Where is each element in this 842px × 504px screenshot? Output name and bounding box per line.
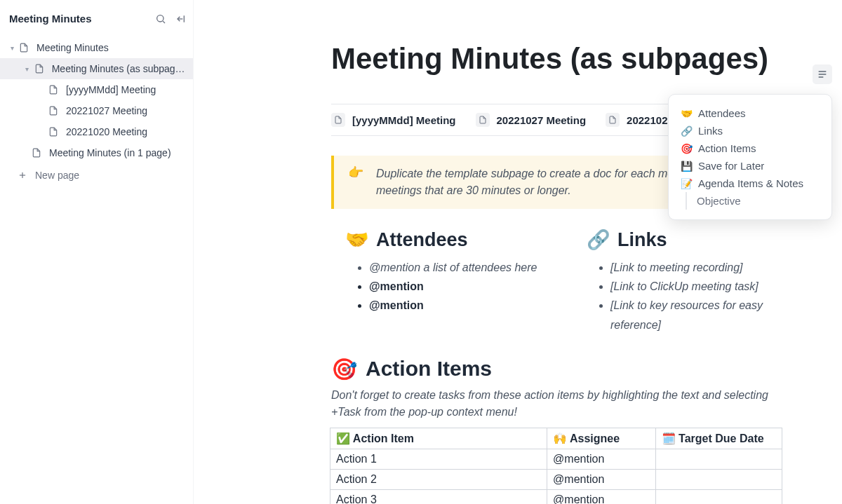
- target-icon: 🎯: [680, 143, 693, 154]
- subpage-link-label: [yyyyMMdd] Meeting: [352, 114, 456, 126]
- cell-assignee[interactable]: @mention: [547, 489, 656, 504]
- tree-item-subpages[interactable]: ▾ Meeting Minutes (as subpages): [0, 58, 193, 79]
- tree-item-label: Meeting Minutes (in 1 page): [49, 147, 171, 158]
- cell-action-item[interactable]: Action 1: [330, 449, 547, 469]
- action-items-table: ✅ Action Item 🙌 Assignee 🗓️ Target Due D…: [330, 428, 782, 504]
- toc-item-agenda-notes[interactable]: 📝 Agenda Items & Notes: [679, 175, 823, 192]
- toc-popover: 🤝 Attendees 🔗 Links 🎯 Action Items 💾 Sav…: [668, 94, 832, 220]
- subpage-link-20221027[interactable]: 20221027 Meeting: [476, 113, 587, 127]
- cell-action-item[interactable]: Action 2: [330, 469, 547, 489]
- links-section: 🔗 Links [Link to meeting recording] [Lin…: [587, 229, 800, 334]
- sidebar-header: Meeting Minutes: [0, 10, 193, 37]
- subpage-link-label: 20221027 Meeting: [497, 114, 587, 126]
- workspace-title: Meeting Minutes: [9, 13, 92, 25]
- attendees-hint: @mention a list of attendees here: [369, 258, 559, 277]
- tree-item-20221020[interactable]: 20221020 Meeting: [0, 121, 193, 142]
- tree-item-label: 20221020 Meeting: [66, 126, 147, 137]
- attendees-heading: Attendees: [376, 229, 468, 251]
- svg-line-1: [163, 21, 165, 23]
- document-icon: [476, 113, 490, 127]
- toc-toggle-button[interactable]: [813, 64, 832, 84]
- table-row[interactable]: Action 3 @mention: [330, 489, 782, 504]
- col-target-due-date: 🗓️ Target Due Date: [655, 428, 782, 449]
- attendee-mention[interactable]: @mention: [369, 296, 559, 315]
- pointing-right-icon: 👉: [348, 165, 363, 199]
- tree-item-onepage[interactable]: Meeting Minutes (in 1 page): [0, 142, 193, 163]
- cell-due[interactable]: [655, 489, 782, 504]
- action-items-heading: Action Items: [366, 357, 492, 381]
- links-heading: Links: [617, 229, 667, 251]
- toc-item-label: Save for Later: [698, 160, 764, 172]
- search-icon[interactable]: [155, 13, 166, 25]
- toc-item-action-items[interactable]: 🎯 Action Items: [679, 139, 823, 157]
- table-row[interactable]: Action 1 @mention: [330, 449, 782, 469]
- sidebar: Meeting Minutes ▾ Meeting Minutes ▾: [0, 0, 194, 504]
- attendee-mention[interactable]: @mention: [369, 277, 559, 296]
- cell-assignee[interactable]: @mention: [547, 469, 656, 489]
- toc-item-attendees[interactable]: 🤝 Attendees: [679, 104, 823, 122]
- col-assignee: 🙌 Assignee: [547, 428, 656, 449]
- tree-item-label: Meeting Minutes: [36, 42, 109, 53]
- document-icon: [331, 113, 345, 127]
- toc-item-label: Agenda Items & Notes: [698, 177, 803, 189]
- memo-icon: 📝: [680, 178, 693, 189]
- tree-item-root[interactable]: ▾ Meeting Minutes: [0, 37, 193, 58]
- handshake-icon: 🤝: [345, 229, 369, 251]
- table-row[interactable]: Action 2 @mention: [330, 469, 782, 489]
- tree-item-label: 20221027 Meeting: [66, 105, 147, 116]
- cell-action-item[interactable]: Action 3: [330, 489, 547, 504]
- handshake-icon: 🤝: [680, 108, 693, 119]
- tree-item-label: Meeting Minutes (as subpages): [52, 63, 187, 74]
- link-icon: 🔗: [587, 229, 610, 251]
- toc-item-links[interactable]: 🔗 Links: [679, 122, 823, 139]
- sidebar-header-actions: [155, 13, 186, 25]
- document-icon: [48, 84, 59, 95]
- cell-assignee[interactable]: @mention: [547, 449, 656, 469]
- toc-item-objective[interactable]: Objective: [695, 192, 823, 210]
- collapse-sidebar-icon[interactable]: [175, 13, 186, 25]
- document-icon: [606, 113, 620, 127]
- main-content: Meeting Minutes (as subpages) [yyyyMMdd]…: [194, 0, 842, 504]
- document-icon: [31, 147, 42, 158]
- plus-icon: [17, 170, 28, 180]
- sidebar-tree: ▾ Meeting Minutes ▾ Meeting Minutes (as …: [0, 37, 193, 186]
- chevron-down-icon[interactable]: ▾: [7, 44, 17, 52]
- col-action-item: ✅ Action Item: [330, 428, 547, 449]
- svg-point-0: [157, 15, 163, 21]
- toc-item-label: Links: [698, 125, 723, 137]
- tree-item-label: [yyyyMMdd] Meeting: [66, 84, 156, 95]
- target-icon: 🎯: [331, 357, 357, 381]
- tree-item-template[interactable]: [yyyyMMdd] Meeting: [0, 79, 193, 100]
- document-icon: [48, 105, 59, 116]
- toc-item-label: Attendees: [698, 107, 746, 119]
- save-icon: 💾: [680, 161, 693, 172]
- cell-due[interactable]: [655, 469, 782, 489]
- document-icon: [18, 42, 29, 53]
- link-item[interactable]: [Link to key resources for easy referenc…: [610, 296, 800, 334]
- toc-item-save-for-later[interactable]: 💾 Save for Later: [679, 157, 823, 175]
- link-icon: 🔗: [680, 125, 693, 137]
- new-page-label: New page: [35, 170, 79, 181]
- link-item[interactable]: [Link to meeting recording]: [610, 258, 800, 277]
- link-item[interactable]: [Link to ClickUp meeting task]: [610, 277, 800, 296]
- subpage-link-template[interactable]: [yyyyMMdd] Meeting: [331, 113, 456, 127]
- toc-item-label: Objective: [697, 195, 741, 207]
- tree-item-20221027[interactable]: 20221027 Meeting: [0, 100, 193, 121]
- document-icon: [48, 126, 59, 137]
- toc-item-label: Action Items: [698, 142, 756, 154]
- page-title: Meeting Minutes (as subpages): [331, 42, 842, 76]
- attendees-section: 🤝 Attendees @mention a list of attendees…: [345, 229, 559, 334]
- chevron-down-icon[interactable]: ▾: [22, 65, 32, 73]
- document-icon: [34, 63, 45, 74]
- cell-due[interactable]: [655, 449, 782, 469]
- new-page-button[interactable]: New page: [0, 165, 193, 186]
- action-items-subtitle: Don't forget to create tasks from these …: [331, 387, 800, 421]
